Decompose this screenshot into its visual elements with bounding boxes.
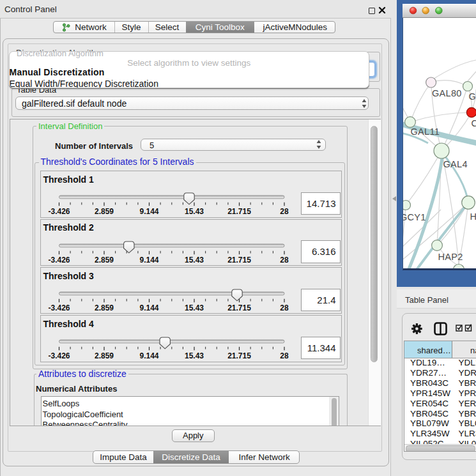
svg-text:9.144: 9.144 [139, 256, 158, 265]
svg-text:21.715: 21.715 [227, 303, 251, 312]
svg-text:28: 28 [280, 207, 289, 216]
svg-text:GAL80: GAL80 [432, 88, 462, 98]
svg-text:HI: HI [470, 211, 476, 222]
svg-text:21.715: 21.715 [227, 207, 251, 216]
svg-text:2.859: 2.859 [94, 303, 113, 312]
svg-text:CY: CY [472, 118, 476, 128]
svg-text:15.43: 15.43 [184, 303, 203, 312]
svg-text:-3.426: -3.426 [48, 256, 70, 265]
svg-text:-3.426: -3.426 [48, 352, 70, 361]
svg-text:28: 28 [280, 352, 289, 361]
svg-text:15.43: 15.43 [184, 207, 203, 216]
svg-text:-3.426: -3.426 [48, 207, 70, 216]
svg-text:2.859: 2.859 [94, 352, 113, 361]
svg-text:GAL11: GAL11 [411, 127, 440, 137]
svg-text:21.715: 21.715 [227, 256, 251, 265]
svg-text:GAL4: GAL4 [443, 159, 468, 169]
svg-text:15.43: 15.43 [184, 352, 203, 361]
svg-text:15.43: 15.43 [184, 256, 203, 265]
svg-text:2.859: 2.859 [94, 207, 113, 216]
svg-text:GCY1: GCY1 [403, 212, 426, 222]
svg-text:GA: GA [469, 91, 476, 102]
svg-text:9.144: 9.144 [139, 352, 158, 361]
svg-text:HAP2: HAP2 [438, 252, 463, 262]
svg-text:28: 28 [280, 256, 289, 265]
svg-text:2.859: 2.859 [94, 256, 113, 265]
svg-text:9.144: 9.144 [139, 207, 158, 216]
svg-text:21.715: 21.715 [227, 352, 251, 361]
svg-text:9.144: 9.144 [139, 303, 158, 312]
svg-text:28: 28 [280, 303, 289, 312]
svg-text:-3.426: -3.426 [48, 303, 70, 312]
